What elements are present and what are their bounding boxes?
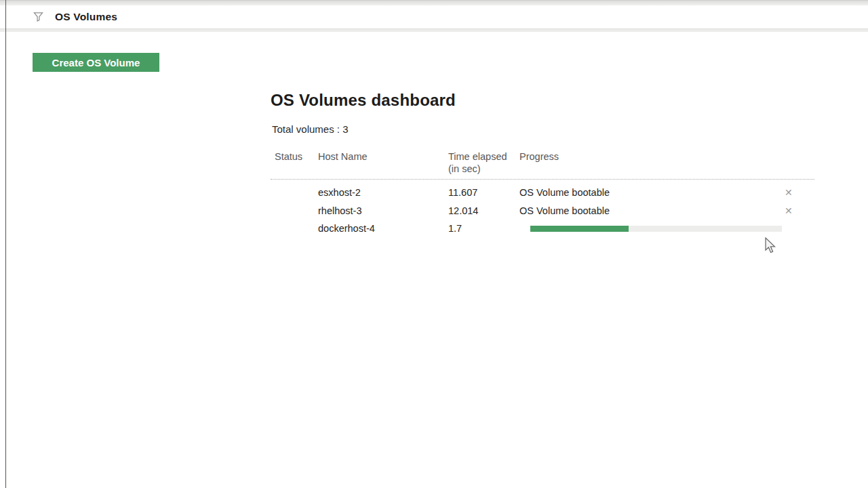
cell-host-name: rhelhost-3	[318, 205, 448, 216]
table-row: rhelhost-3 12.014 OS Volume bootable ✕	[271, 202, 814, 220]
header-divider	[0, 28, 868, 32]
browser-chrome-strip	[0, 0, 868, 5]
column-header-time-elapsed-line1: Time elapsed	[448, 150, 519, 163]
cell-progress-status: OS Volume bootable	[519, 205, 782, 216]
cell-time-elapsed: 11.607	[448, 187, 519, 198]
column-header-actions	[782, 150, 814, 175]
cell-progress-bar	[519, 226, 782, 232]
table-row: dockerhost-4 1.7	[271, 220, 814, 238]
volumes-table: Status Host Name Time elapsed (in sec) P…	[271, 150, 814, 238]
dashboard-title: OS Volumes dashboard	[271, 91, 456, 110]
page-header: OS Volumes	[0, 5, 868, 28]
cell-progress-status: OS Volume bootable	[519, 187, 782, 198]
column-header-status: Status	[271, 150, 318, 175]
table-body: esxhost-2 11.607 OS Volume bootable ✕ rh…	[271, 180, 814, 238]
window-left-border	[5, 0, 6, 488]
create-os-volume-button[interactable]: Create OS Volume	[33, 53, 159, 72]
mouse-cursor-icon	[765, 237, 777, 255]
page-title: OS Volumes	[55, 5, 117, 28]
dismiss-row-icon[interactable]: ✕	[782, 205, 795, 217]
cell-time-elapsed: 12.014	[448, 205, 519, 216]
total-volumes-label: Total volumes : 3	[272, 123, 349, 135]
filter-funnel-icon[interactable]	[32, 9, 44, 23]
column-header-time-elapsed: Time elapsed (in sec)	[448, 150, 519, 175]
progress-bar-fill	[530, 226, 629, 232]
column-header-time-elapsed-line2: (in sec)	[448, 163, 519, 175]
screen: OS Volumes Create OS Volume OS Volumes d…	[0, 0, 868, 488]
column-header-progress: Progress	[519, 150, 782, 175]
dismiss-row-icon[interactable]: ✕	[782, 186, 795, 199]
table-header-row: Status Host Name Time elapsed (in sec) P…	[271, 150, 814, 180]
cell-time-elapsed: 1.7	[448, 223, 519, 234]
column-header-host-name: Host Name	[318, 150, 448, 175]
cell-host-name: esxhost-2	[318, 187, 448, 198]
table-row: esxhost-2 11.607 OS Volume bootable ✕	[271, 184, 814, 202]
progress-bar-track	[530, 226, 782, 232]
cell-host-name: dockerhost-4	[318, 223, 448, 234]
